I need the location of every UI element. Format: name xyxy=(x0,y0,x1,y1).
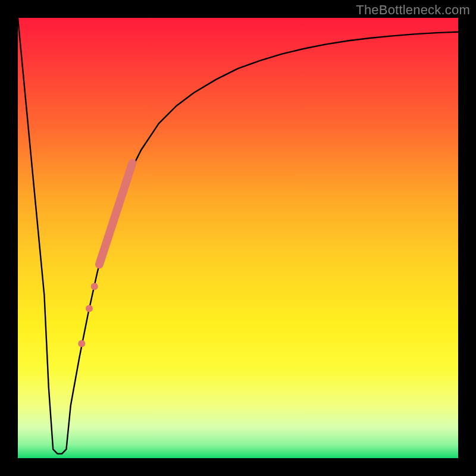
plot-area xyxy=(18,18,458,458)
highlight-dot-2 xyxy=(86,305,93,312)
highlight-bar xyxy=(99,163,133,264)
highlight-dot-3 xyxy=(91,283,98,290)
chart-frame: TheBottleneck.com xyxy=(0,0,476,476)
chart-svg xyxy=(18,18,458,458)
bottleneck-curve xyxy=(18,18,458,454)
watermark-text: TheBottleneck.com xyxy=(356,2,470,18)
highlight-dot-1 xyxy=(78,340,85,347)
